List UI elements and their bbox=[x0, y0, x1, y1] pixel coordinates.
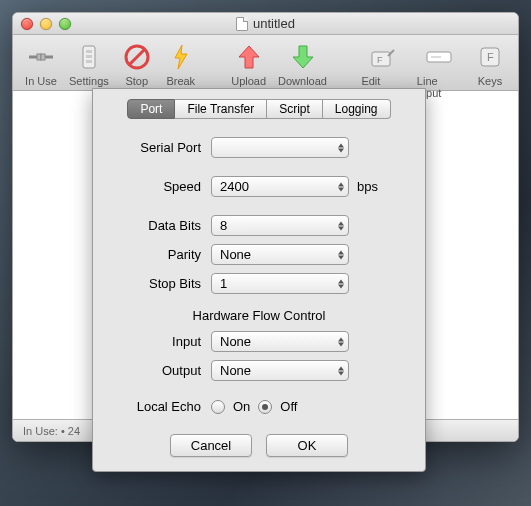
upload-icon bbox=[233, 41, 265, 73]
parity-popup[interactable]: None bbox=[211, 244, 349, 265]
download-icon bbox=[287, 41, 319, 73]
toolbar-label: Upload bbox=[231, 75, 266, 87]
tab-logging[interactable]: Logging bbox=[323, 99, 391, 119]
toolbar: In Use Settings Stop Break Upload bbox=[13, 35, 518, 91]
local-echo-on-radio[interactable] bbox=[211, 400, 225, 414]
data-bits-popup[interactable]: 8 bbox=[211, 215, 349, 236]
parity-value: None bbox=[220, 247, 251, 262]
svg-rect-7 bbox=[86, 60, 92, 63]
tab-port[interactable]: Port bbox=[127, 99, 175, 119]
toolbar-settings[interactable]: Settings bbox=[63, 39, 115, 89]
window-title-text: untitled bbox=[253, 16, 295, 31]
chevron-updown-icon bbox=[338, 279, 344, 288]
toolbar-label: Stop bbox=[125, 75, 148, 87]
speed-suffix: bps bbox=[357, 179, 378, 194]
parity-label: Parity bbox=[111, 247, 211, 262]
input-value: None bbox=[220, 334, 251, 349]
settings-icon bbox=[73, 41, 105, 73]
speed-label: Speed bbox=[111, 179, 211, 194]
toolbar-download[interactable]: Download bbox=[272, 39, 333, 89]
svg-marker-11 bbox=[239, 46, 259, 68]
stop-bits-popup[interactable]: 1 bbox=[211, 273, 349, 294]
tab-script[interactable]: Script bbox=[267, 99, 323, 119]
traffic-lights bbox=[21, 18, 71, 30]
svg-marker-12 bbox=[293, 46, 313, 68]
svg-rect-3 bbox=[41, 54, 45, 60]
toolbar-upload[interactable]: Upload bbox=[225, 39, 272, 89]
toolbar-label: Keys bbox=[478, 75, 502, 87]
toolbar-label: Download bbox=[278, 75, 327, 87]
serial-port-popup[interactable] bbox=[211, 137, 349, 158]
svg-text:F: F bbox=[377, 55, 383, 65]
window-title: untitled bbox=[13, 16, 518, 31]
plug-icon bbox=[25, 41, 57, 73]
data-bits-value: 8 bbox=[220, 218, 227, 233]
toolbar-label: Break bbox=[166, 75, 195, 87]
toolbar-break[interactable]: Break bbox=[159, 39, 203, 89]
keys-icon: F bbox=[474, 41, 506, 73]
break-icon bbox=[165, 41, 197, 73]
button-bar: Cancel OK bbox=[93, 434, 425, 457]
stop-bits-value: 1 bbox=[220, 276, 227, 291]
output-value: None bbox=[220, 363, 251, 378]
edit-keys-icon: F bbox=[367, 41, 399, 73]
titlebar: untitled bbox=[13, 13, 518, 35]
zoom-icon[interactable] bbox=[59, 18, 71, 30]
input-label: Input bbox=[111, 334, 211, 349]
cancel-button[interactable]: Cancel bbox=[170, 434, 252, 457]
stop-icon bbox=[121, 41, 153, 73]
toolbar-stop[interactable]: Stop bbox=[115, 39, 159, 89]
close-icon[interactable] bbox=[21, 18, 33, 30]
output-popup[interactable]: None bbox=[211, 360, 349, 381]
output-label: Output bbox=[111, 363, 211, 378]
chevron-updown-icon bbox=[338, 182, 344, 191]
settings-sheet: Port File Transfer Script Logging Serial… bbox=[92, 88, 426, 472]
chevron-updown-icon bbox=[338, 250, 344, 259]
hw-flow-title: Hardware Flow Control bbox=[111, 308, 407, 323]
toolbar-keys[interactable]: F Keys bbox=[468, 39, 512, 89]
local-echo-on-label: On bbox=[233, 399, 250, 414]
toolbar-label: Settings bbox=[69, 75, 109, 87]
svg-rect-6 bbox=[86, 55, 92, 58]
input-popup[interactable]: None bbox=[211, 331, 349, 352]
local-echo-off-label: Off bbox=[280, 399, 297, 414]
toolbar-in-use[interactable]: In Use bbox=[19, 39, 63, 89]
chevron-updown-icon bbox=[338, 221, 344, 230]
status-text: In Use: • 24 bbox=[23, 425, 80, 437]
stop-bits-label: Stop Bits bbox=[111, 276, 211, 291]
speed-popup[interactable]: 2400 bbox=[211, 176, 349, 197]
tab-bar: Port File Transfer Script Logging bbox=[93, 99, 425, 119]
tab-file-transfer[interactable]: File Transfer bbox=[175, 99, 267, 119]
svg-marker-10 bbox=[175, 45, 187, 69]
chevron-updown-icon bbox=[338, 143, 344, 152]
minimize-icon[interactable] bbox=[40, 18, 52, 30]
svg-text:F: F bbox=[487, 51, 494, 63]
serial-port-label: Serial Port bbox=[111, 140, 211, 155]
document-icon bbox=[236, 17, 248, 31]
port-form: Serial Port Speed 2400 bps Data Bits bbox=[93, 137, 425, 414]
chevron-updown-icon bbox=[338, 366, 344, 375]
local-echo-label: Local Echo bbox=[111, 399, 211, 414]
toolbar-label: In Use bbox=[25, 75, 57, 87]
svg-rect-2 bbox=[37, 54, 41, 60]
ok-button[interactable]: OK bbox=[266, 434, 348, 457]
speed-value: 2400 bbox=[220, 179, 249, 194]
data-bits-label: Data Bits bbox=[111, 218, 211, 233]
local-echo-off-radio[interactable] bbox=[258, 400, 272, 414]
chevron-updown-icon bbox=[338, 337, 344, 346]
svg-line-9 bbox=[130, 50, 144, 64]
line-input-icon bbox=[423, 41, 455, 73]
svg-rect-5 bbox=[86, 50, 92, 53]
